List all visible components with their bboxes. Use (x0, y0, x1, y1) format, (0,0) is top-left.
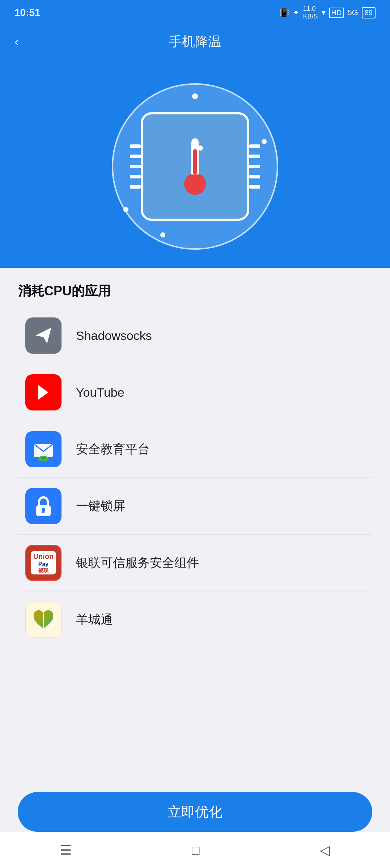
vibrate-icon: 📳 (279, 8, 289, 17)
wifi-icon: ▾ (322, 8, 326, 17)
section-title: 消耗CPU的应用 (18, 282, 372, 300)
status-icons: 📳 ✦ 11.0KB/S ▾ HD 5G 89 (279, 5, 376, 20)
lock-icon (34, 495, 53, 517)
navigation-bar: ☰ □ ◁ (0, 832, 390, 868)
paper-plane-icon (34, 326, 53, 345)
app-icon-shadowsocks (25, 317, 62, 354)
bluetooth-icon: ✦ (293, 8, 299, 17)
app-icon-lock (25, 488, 62, 524)
list-item[interactable]: 安全教育平台 (18, 421, 372, 478)
hero-circle (112, 83, 278, 250)
signal-icon: 5G (347, 8, 358, 17)
home-button[interactable]: □ (192, 843, 200, 858)
app-name-youtube: YouTube (76, 385, 124, 400)
hero-section (0, 58, 390, 268)
list-item[interactable]: UnionPay 银联 银联可信服务安全组件 (18, 535, 372, 591)
bottom-bar: 立即优化 (18, 792, 372, 832)
safety-edu-icon (32, 438, 55, 461)
yct-logo-icon (31, 607, 56, 632)
dot-right (262, 139, 267, 144)
status-time: 10:51 (14, 7, 41, 18)
unionpay-text-icon: UnionPay 银联 (31, 551, 56, 574)
app-name-yct: 羊城通 (76, 611, 113, 628)
list-item[interactable]: 羊城通 (18, 591, 372, 648)
svg-marker-0 (35, 328, 51, 344)
back-nav-button[interactable]: ◁ (320, 843, 330, 858)
chip-pins-right (249, 144, 260, 189)
chip-pins-left (130, 144, 141, 189)
app-icon-safety (25, 431, 62, 467)
content-section: 消耗CPU的应用 Shadowsocks YouTube (0, 268, 390, 713)
dot-left (123, 207, 128, 212)
app-name-lock: 一键锁屏 (76, 498, 125, 514)
list-item[interactable]: Shadowsocks (18, 307, 372, 364)
cpu-chip-icon (141, 112, 249, 221)
app-name-safety: 安全教育平台 (76, 441, 150, 458)
app-list: Shadowsocks YouTube 安全教育平台 (18, 307, 372, 648)
optimize-button[interactable]: 立即优化 (18, 792, 372, 832)
hd-icon: HD (329, 8, 344, 18)
app-icon-unionpay: UnionPay 银联 (25, 545, 62, 581)
menu-button[interactable]: ☰ (60, 843, 72, 858)
page-header: ‹ 手机降温 (0, 25, 390, 58)
app-name-unionpay: 银联可信服务安全组件 (76, 555, 199, 571)
app-icon-youtube (25, 374, 62, 410)
svg-rect-6 (42, 510, 44, 513)
list-item[interactable]: YouTube (18, 364, 372, 421)
status-bar: 10:51 📳 ✦ 11.0KB/S ▾ HD 5G 89 (0, 0, 390, 25)
battery-indicator: 89 (362, 7, 376, 18)
dot-bottom (160, 232, 165, 237)
app-name-shadowsocks: Shadowsocks (76, 329, 152, 343)
page-title: 手机降温 (169, 33, 221, 51)
data-speed-icon: 11.0KB/S (303, 5, 318, 20)
youtube-play-icon (38, 385, 48, 400)
thermometer-icon (184, 138, 206, 195)
back-button[interactable]: ‹ (14, 34, 19, 50)
app-icon-yct (25, 602, 62, 638)
list-item[interactable]: 一键锁屏 (18, 478, 372, 535)
